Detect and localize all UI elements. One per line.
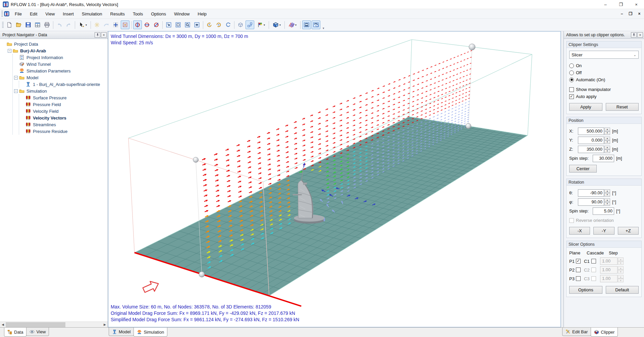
menu-window[interactable]: Window	[170, 9, 194, 19]
checkbox-p3[interactable]	[576, 276, 581, 281]
open-file-icon[interactable]	[14, 20, 23, 29]
mesh-settings-icon[interactable]	[93, 20, 101, 29]
grid-cross-icon[interactable]	[111, 20, 120, 29]
value-field[interactable]: 5.00	[593, 207, 614, 215]
radio-on[interactable]: On	[569, 62, 639, 69]
zoom-in-icon[interactable]	[183, 20, 192, 29]
tab-edit-bar[interactable]: Edit Bar	[562, 328, 591, 336]
undo-icon[interactable]	[55, 20, 64, 29]
checkbox-show-manipulator[interactable]: Show manipulator	[569, 86, 639, 93]
tree-item-project-information[interactable]: Project Information	[14, 54, 108, 61]
pin-icon[interactable]	[631, 32, 637, 38]
tree-horizontal-scrollbar[interactable]: ◀ ▶	[0, 322, 108, 327]
close-button[interactable]: ×	[629, 0, 644, 9]
window-layout-icon[interactable]	[33, 20, 42, 29]
redo-icon[interactable]	[64, 20, 73, 29]
checkbox-auto-apply[interactable]: Auto apply	[569, 93, 639, 100]
tree-item-burj-al-arab[interactable]: −Burj-Al-Arab	[8, 47, 108, 54]
options-button[interactable]: Options	[569, 286, 602, 294]
rotate+z-button[interactable]: +Z	[618, 227, 639, 235]
scroll-left-icon[interactable]: ◀	[0, 322, 6, 328]
scroll-track[interactable]	[6, 322, 102, 328]
zoom-corner-icon[interactable]	[164, 20, 173, 29]
view-nodes-icon[interactable]	[246, 20, 254, 29]
tab-simulation[interactable]: Simulation	[133, 328, 167, 337]
default-button[interactable]: Default	[606, 286, 639, 294]
toolbar-overflow-icon[interactable]: ▾	[323, 27, 324, 31]
scroll-right-icon[interactable]: ▶	[102, 322, 108, 328]
rotate-axis-z-icon[interactable]	[152, 20, 161, 29]
radio-off[interactable]: Off	[569, 69, 639, 76]
tree-item-pressure-field[interactable]: Pressure Field	[20, 101, 108, 108]
window-cascade-icon[interactable]	[312, 20, 320, 29]
rotate-y-button[interactable]: -Y	[593, 227, 614, 235]
spinner-stepper[interactable]: ▲▼	[604, 198, 610, 206]
checkbox-p2[interactable]	[576, 268, 581, 272]
save-file-icon[interactable]	[24, 20, 33, 29]
pan-view-icon[interactable]	[102, 20, 111, 29]
menu-insert[interactable]: Insert	[59, 9, 78, 19]
radio-automatic-on-[interactable]: Automatic (On)	[569, 76, 639, 83]
tab-clipper[interactable]: Clipper	[591, 328, 618, 337]
value-field[interactable]: 350.000	[578, 146, 604, 153]
spinner-stepper[interactable]: ▲▼	[604, 128, 610, 135]
viewport-3d-scene[interactable]	[108, 32, 560, 327]
spinner-stepper[interactable]: ▲▼	[604, 189, 610, 197]
pin-icon[interactable]	[95, 32, 100, 38]
menu-results[interactable]: Results	[106, 9, 129, 19]
checkbox-c1[interactable]	[591, 259, 596, 263]
value-field[interactable]: 30.000	[593, 155, 614, 162]
zoom-window-icon[interactable]	[174, 20, 182, 29]
collapse-expander-icon[interactable]: −	[14, 89, 18, 93]
value-field[interactable]: -90.00	[578, 189, 604, 197]
tree-item-project-data[interactable]: Project Data	[2, 41, 108, 47]
tree-item-wind-tunnel[interactable]: Wind Tunnel	[14, 61, 108, 67]
value-field[interactable]: 0.000	[578, 137, 604, 144]
menu-tools[interactable]: Tools	[129, 9, 147, 19]
tree-item-1-burj-al-arab-superfinal-oriente[interactable]: 1 - Burj_Al_Arab-superfinal-oriente	[20, 81, 108, 88]
menu-file[interactable]: File	[11, 9, 26, 19]
collapse-expander-icon[interactable]: −	[14, 76, 18, 80]
zoom-extents-icon[interactable]	[193, 20, 201, 29]
section-hatch-icon[interactable]: ▾	[286, 20, 299, 29]
reset-button[interactable]: Reset	[606, 103, 639, 111]
value-field[interactable]: 90.00	[578, 198, 604, 206]
tab-view[interactable]: View	[26, 328, 49, 336]
tree-item-simulation-parameters[interactable]: Simulation Parameters	[14, 67, 108, 74]
restore-button[interactable]: ❐	[613, 0, 629, 9]
mdi-close-button[interactable]: ×	[635, 10, 643, 17]
rotate-axis-x-icon[interactable]	[133, 20, 142, 29]
tree-item-streamlines[interactable]: Streamlines	[20, 121, 108, 128]
apply-button[interactable]: Apply	[569, 103, 602, 111]
tree-item-surface-pressure[interactable]: Surface Pressure	[20, 94, 108, 101]
menu-view[interactable]: View	[41, 9, 59, 19]
mdi-restore-button[interactable]: ❐	[627, 10, 635, 17]
tree-item-model[interactable]: −Model	[14, 74, 108, 81]
center-button[interactable]: Center	[569, 165, 597, 173]
orbit-free-icon[interactable]	[205, 20, 214, 29]
orbit-constrained-icon[interactable]	[214, 20, 223, 29]
menu-help[interactable]: Help	[194, 9, 211, 19]
display-mode-icon[interactable]: ▾	[255, 20, 267, 29]
tab-data[interactable]: Data	[4, 328, 26, 337]
rotate-axis-y-icon[interactable]	[143, 20, 151, 29]
viewport-3d[interactable]: Wind Tunnel Dimensions: Dx = 3000 m, Dy …	[108, 31, 561, 327]
collapse-expander-icon[interactable]: −	[8, 49, 11, 53]
panel-splitter[interactable]	[561, 31, 564, 327]
tree-item-simulation[interactable]: −Simulation	[14, 88, 108, 94]
tab-model[interactable]: Model	[109, 328, 134, 336]
minimize-button[interactable]: –	[598, 0, 613, 9]
toolbar-grip[interactable]	[2, 22, 4, 28]
edit-pointer-icon[interactable]: ▾	[77, 20, 89, 29]
scroll-thumb[interactable]	[6, 322, 65, 327]
checkbox-p1[interactable]	[576, 259, 581, 263]
new-file-icon[interactable]	[5, 20, 14, 29]
print-icon[interactable]	[43, 20, 51, 29]
tree-item-pressure-residue[interactable]: Pressure Residue	[20, 128, 108, 135]
grid-region-icon[interactable]	[121, 20, 129, 29]
tree-item-velocity-vectors[interactable]: Velocity Vectors	[20, 114, 108, 121]
close-icon[interactable]: ×	[101, 32, 107, 38]
view-solid-icon[interactable]: ▾	[271, 20, 283, 29]
rotate-x-button[interactable]: -X	[569, 227, 590, 235]
orbit-continuous-icon[interactable]	[224, 20, 232, 29]
